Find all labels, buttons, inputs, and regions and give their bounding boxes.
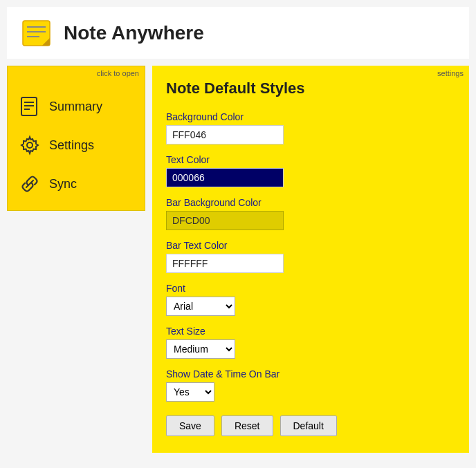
background-color-label: Background Color xyxy=(166,111,455,122)
sidebar: click to open Summary Settings xyxy=(7,66,145,211)
show-date-group: Show Date & Time On Bar Yes No xyxy=(166,368,455,402)
panel-title: Note Default Styles xyxy=(166,79,455,97)
background-color-group: Background Color xyxy=(166,111,455,144)
notes-icon xyxy=(19,95,41,118)
sidebar-summary-label: Summary xyxy=(49,100,102,114)
sidebar-sync-label: Sync xyxy=(49,177,77,191)
sidebar-item-summary[interactable]: Summary xyxy=(8,87,145,126)
default-button[interactable]: Default xyxy=(280,415,337,436)
font-label: Font xyxy=(166,283,455,294)
bar-text-color-input[interactable] xyxy=(166,254,284,273)
bar-background-color-input[interactable] xyxy=(166,211,284,230)
reset-button[interactable]: Reset xyxy=(221,415,273,436)
text-size-label: Text Size xyxy=(166,326,455,337)
app-icon xyxy=(17,14,55,52)
svg-rect-0 xyxy=(23,21,50,46)
show-date-select[interactable]: Yes No xyxy=(166,382,214,402)
bar-text-color-label: Bar Text Color xyxy=(166,240,455,251)
show-date-rest: On Bar xyxy=(249,368,280,380)
save-button[interactable]: Save xyxy=(166,415,214,436)
background-color-input[interactable] xyxy=(166,125,284,144)
text-size-group: Text Size Small Medium Large xyxy=(166,326,455,359)
text-color-input[interactable] xyxy=(166,168,284,187)
gear-icon xyxy=(19,134,41,156)
app-header: Note Anywhere xyxy=(7,7,469,59)
font-group: Font Arial Times New Roman Verdana Couri… xyxy=(166,283,455,316)
text-color-group: Text Color xyxy=(166,154,455,187)
bar-text-color-group: Bar Text Color xyxy=(166,240,455,273)
app-title: Note Anywhere xyxy=(64,22,204,44)
show-date-text: Show Date & xyxy=(166,368,223,380)
sidebar-settings-label: Settings xyxy=(49,138,94,153)
show-date-time-text: Time xyxy=(225,368,246,380)
content-panel: settings Note Default Styles Background … xyxy=(152,66,469,453)
sidebar-click-label: click to open xyxy=(8,66,145,80)
sidebar-item-settings[interactable]: Settings xyxy=(8,126,145,165)
text-color-label: Text Color xyxy=(166,154,455,165)
sidebar-nav: Summary Settings Sync xyxy=(8,80,145,210)
buttons-row: Save Reset Default xyxy=(166,415,455,436)
font-select[interactable]: Arial Times New Roman Verdana Courier Ne… xyxy=(166,297,235,316)
link-icon xyxy=(19,173,41,195)
bar-background-color-label: Bar Background Color xyxy=(166,197,455,208)
bar-background-color-group: Bar Background Color xyxy=(166,197,455,230)
content-settings-label: settings xyxy=(437,69,464,77)
show-date-label: Show Date & Time On Bar xyxy=(166,368,455,380)
main-layout: click to open Summary Settings xyxy=(7,66,469,453)
svg-point-10 xyxy=(27,142,33,148)
text-size-select[interactable]: Small Medium Large xyxy=(166,339,235,359)
sidebar-item-sync[interactable]: Sync xyxy=(8,165,145,203)
